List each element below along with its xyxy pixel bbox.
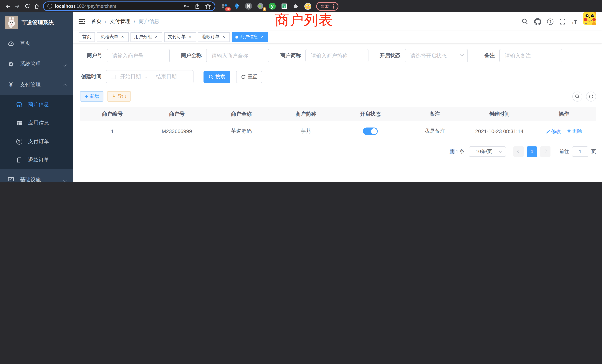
logo-rabbit-image — [5, 16, 18, 29]
col-create-time: 创建时间 — [467, 107, 532, 121]
sidebar-item-merchant-info[interactable]: 商户信息 — [0, 95, 73, 114]
table-row: 1 M233666999 芋道源码 芋艿 我是备注 2021-10-23 08:… — [80, 121, 596, 142]
sidebar-item-app-info[interactable]: 应用信息 — [0, 114, 73, 132]
breadcrumb: 首页 / 支付管理 / 商户信息 — [91, 18, 159, 25]
sidebar-item-payment[interactable]: ¥ 支付管理 — [0, 75, 73, 95]
close-icon[interactable]: × — [221, 34, 226, 39]
extension-session-icon[interactable]: 1 — [257, 3, 264, 10]
header-search-icon[interactable] — [522, 18, 528, 25]
top-navbar: 首页 / 支付管理 / 商户信息 ? — [73, 12, 602, 31]
create-time-range-picker[interactable]: 开始日期 - 结束日期 — [106, 70, 194, 83]
screen: i localhost:1024/pay/merchant 10 — [0, 0, 602, 182]
browser-home-button[interactable] — [32, 1, 42, 11]
tab-process-form[interactable]: 流程表单× — [97, 32, 129, 42]
search-icon — [209, 74, 214, 79]
sidebar-item-label: 首页 — [20, 40, 30, 47]
remark-input[interactable] — [499, 49, 562, 62]
extension-gem-icon[interactable] — [233, 3, 240, 10]
close-icon[interactable]: × — [260, 34, 265, 39]
refresh-table-button[interactable] — [586, 91, 596, 101]
profile-emoji-avatar[interactable] — [304, 3, 311, 10]
pagination: 共 1 条 1 前往 页 — [80, 146, 596, 157]
storefront-icon — [16, 101, 23, 108]
tab-merchant-info[interactable]: 商户信息× — [232, 32, 268, 42]
cell-status — [338, 121, 403, 142]
payment-submenu: 商户信息 应用信息 ¥ 支付订单 退款订单 — [0, 95, 73, 169]
extension-y-icon[interactable]: y — [269, 3, 276, 10]
prev-page-button[interactable] — [513, 146, 524, 157]
sidebar-item-home[interactable]: 首页 — [0, 33, 73, 54]
font-size-icon[interactable]: TT — [572, 18, 577, 25]
tags-view-bar: 首页 流程表单× 用户分组× 支付订单× 退款订单× 商户信息× — [73, 31, 602, 43]
merchant-no-label: 商户号 — [80, 52, 107, 59]
edit-link[interactable]: 修改 — [546, 128, 561, 135]
add-button[interactable]: 新增 — [80, 91, 103, 102]
close-icon[interactable]: × — [188, 34, 192, 39]
dashboard-icon — [7, 40, 14, 46]
site-info-icon[interactable]: i — [47, 4, 52, 9]
page-size-select[interactable] — [469, 146, 506, 157]
share-icon[interactable] — [195, 3, 200, 9]
goto-suffix: 页 — [591, 148, 596, 155]
create-time-label: 创建时间 — [80, 73, 106, 80]
extension-command-icon[interactable]: ⌘ — [245, 3, 252, 10]
password-key-icon[interactable] — [183, 3, 190, 9]
search-icon — [575, 94, 580, 99]
export-button[interactable]: 导出 — [107, 91, 131, 102]
calendar-icon — [110, 74, 116, 79]
monitor-icon — [7, 177, 14, 182]
extension-drag-icon[interactable]: 10 — [221, 3, 228, 10]
full-name-input[interactable] — [206, 49, 269, 62]
browser-update-menu[interactable]: 更新 — [316, 2, 338, 11]
tab-refund-order[interactable]: 退款订单× — [198, 32, 230, 42]
status-select[interactable] — [405, 49, 468, 62]
browser-forward-button[interactable] — [13, 1, 22, 11]
close-icon[interactable]: × — [120, 34, 125, 39]
address-bar[interactable]: i localhost:1024/pay/merchant — [43, 1, 215, 11]
tab-pay-order[interactable]: 支付订单× — [164, 32, 196, 42]
next-page-button[interactable] — [540, 146, 550, 157]
page-number-1[interactable]: 1 — [527, 146, 537, 157]
breadcrumb-section[interactable]: 支付管理 — [110, 18, 130, 25]
page-content: 商户号 商户全称 商户简称 开启状态 — [73, 43, 602, 182]
browser-back-button[interactable] — [3, 1, 13, 11]
cell-merchant-no: M233666999 — [145, 121, 209, 142]
sidebar-item-refund-order[interactable]: 退款订单 — [0, 151, 73, 169]
tab-home[interactable]: 首页 — [79, 32, 95, 42]
toggle-search-button[interactable] — [572, 91, 582, 101]
sidebar-item-system[interactable]: 系统管理 — [0, 54, 73, 75]
browser-menu-icon[interactable] — [333, 4, 334, 9]
delete-link[interactable]: 删除 — [567, 128, 582, 135]
gear-icon — [7, 61, 14, 67]
short-name-input[interactable] — [305, 49, 368, 62]
status-toggle[interactable] — [363, 128, 378, 135]
reset-button[interactable]: 重置 — [236, 71, 262, 83]
app-logo[interactable]: 芋道管理系统 — [0, 12, 73, 33]
sidebar-item-pay-order[interactable]: ¥ 支付订单 — [0, 132, 73, 151]
cell-create-time: 2021-10-23 08:31:14 — [467, 121, 532, 142]
table-toolbar: 新增 导出 — [80, 91, 596, 102]
goto-page-input[interactable] — [572, 146, 588, 157]
cell-short-name: 芋艿 — [274, 121, 338, 142]
fullscreen-icon[interactable] — [559, 18, 566, 25]
user-avatar[interactable] — [583, 12, 596, 31]
extensions-puzzle-icon[interactable] — [292, 3, 300, 10]
browser-refresh-button[interactable] — [22, 1, 32, 11]
bookmark-star-icon[interactable] — [205, 3, 211, 9]
github-icon[interactable] — [534, 18, 541, 25]
extension-sheet-icon[interactable] — [281, 3, 288, 10]
breadcrumb-home[interactable]: 首页 — [91, 18, 102, 25]
close-icon[interactable]: × — [154, 34, 159, 39]
sidebar-toggle-hamburger[interactable] — [79, 19, 85, 24]
tab-user-group[interactable]: 用户分组× — [130, 32, 162, 42]
sidebar-item-label: 应用信息 — [28, 120, 49, 126]
extension-badge: 10 — [225, 7, 231, 11]
col-short-name: 商户简称 — [274, 107, 338, 121]
merchant-no-input[interactable] — [107, 49, 170, 62]
short-name-label: 商户简称 — [280, 52, 305, 59]
sidebar-item-infrastructure[interactable]: 基础设施 — [0, 169, 73, 182]
search-button[interactable]: 搜索 — [204, 71, 230, 83]
help-icon[interactable]: ? — [547, 18, 554, 25]
browser-toolbar: i localhost:1024/pay/merchant 10 — [0, 0, 602, 12]
full-name-label: 商户全称 — [181, 52, 206, 59]
